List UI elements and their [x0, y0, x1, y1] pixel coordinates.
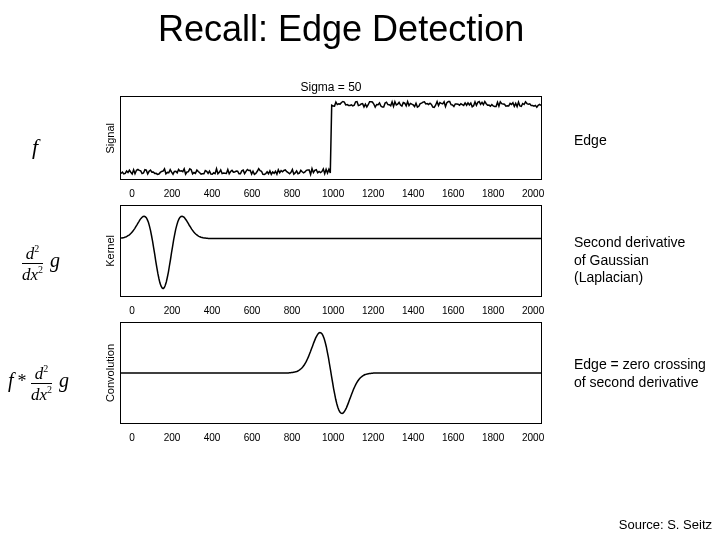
ylabel-conv: Convolution	[104, 344, 120, 402]
conv-curve	[121, 323, 541, 423]
ylabel-signal: Signal	[104, 123, 120, 154]
plot-convolution	[120, 322, 542, 424]
sigma-title: Sigma = 50	[104, 80, 558, 94]
plots-stack: Sigma = 50 Signal 0200400600800100012001…	[104, 80, 558, 443]
plot-signal	[120, 96, 542, 180]
annotation-laplacian: Second derivative of Gaussian (Laplacian…	[574, 234, 685, 287]
xaxis-1: 0200400600800100012001400160018002000	[104, 186, 542, 199]
label-f-star-d2g: f * d2 dx2 g	[8, 364, 69, 402]
xaxis-2: 0200400600800100012001400160018002000	[104, 303, 542, 316]
annotation-zero-crossing: Edge = zero crossing of second derivativ…	[574, 356, 706, 391]
page-title: Recall: Edge Detection	[158, 8, 524, 50]
ylabel-kernel: Kernel	[104, 235, 120, 267]
source-credit: Source: S. Seitz	[619, 517, 712, 532]
kernel-curve	[121, 206, 541, 296]
plot-kernel	[120, 205, 542, 297]
annotation-edge: Edge	[574, 132, 607, 150]
signal-curve	[121, 97, 541, 179]
label-d2g: d2 dx2 g	[22, 244, 60, 282]
label-f: f	[32, 134, 38, 160]
xaxis-3: 0200400600800100012001400160018002000	[104, 430, 542, 443]
